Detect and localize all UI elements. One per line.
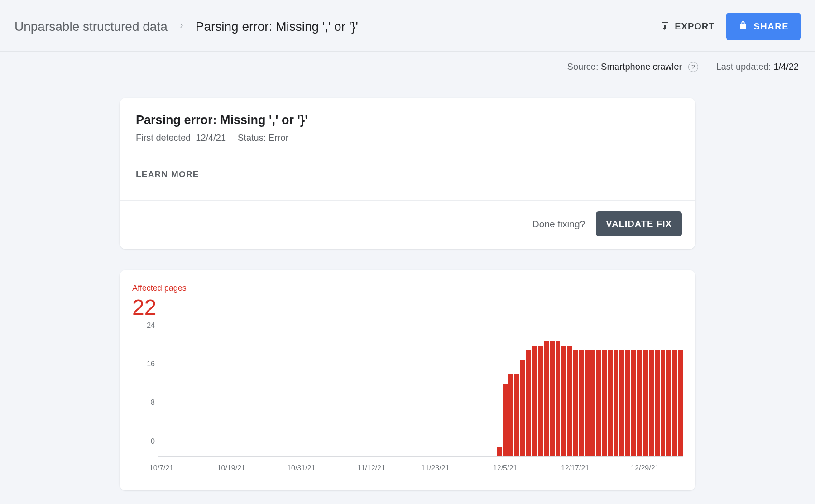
chart-bar (532, 346, 537, 456)
chart-bar (643, 350, 648, 457)
chart-baseline (158, 456, 683, 457)
breadcrumb-current: Parsing error: Missing ',' or '}' (196, 19, 358, 34)
chart-bars (158, 341, 683, 457)
chart-bar (602, 350, 607, 457)
lock-icon (738, 19, 748, 34)
chart-bar (649, 350, 654, 457)
x-tick: 12/5/21 (493, 464, 517, 472)
affected-pages-label: Affected pages (132, 283, 683, 293)
chart-bar (661, 350, 666, 457)
y-tick: 16 (132, 360, 155, 368)
chart-bar (608, 350, 613, 457)
updated-label: Last updated: (716, 62, 771, 72)
affected-pages-count: 22 (132, 296, 683, 320)
chart-bar (631, 350, 636, 457)
top-actions: EXPORT SHARE (659, 13, 801, 40)
first-detected: First detected: 12/4/21 (136, 133, 226, 143)
chart-bar (538, 346, 543, 456)
affected-pages-card: Affected pages 22 081624 10/7/2110/19/21… (120, 270, 695, 490)
x-tick: 11/12/21 (357, 464, 385, 472)
chart-bar (672, 350, 677, 457)
chevron-right-icon (177, 21, 186, 33)
chart-bar (556, 341, 561, 457)
y-tick: 0 (132, 437, 155, 446)
y-tick: 8 (132, 398, 155, 407)
chart-bar (596, 350, 601, 457)
source-info: Source: Smartphone crawler ? (567, 62, 698, 72)
x-tick: 11/23/21 (421, 464, 449, 472)
chart-bar (526, 350, 531, 457)
y-axis: 081624 (132, 341, 158, 457)
help-icon[interactable]: ? (688, 62, 698, 72)
x-tick: 10/7/21 (149, 464, 173, 472)
chart-bar (567, 346, 572, 456)
x-tick: 10/31/21 (287, 464, 315, 472)
chart-bar (585, 350, 590, 457)
chart-bar (625, 350, 630, 457)
chart-bar (514, 374, 519, 456)
chart-bar (544, 341, 549, 457)
chart-bar (561, 346, 566, 456)
source-value: Smartphone crawler (601, 62, 682, 72)
meta-row: Source: Smartphone crawler ? Last update… (0, 52, 815, 77)
breadcrumb: Unparsable structured data Parsing error… (14, 19, 358, 34)
error-summary-card: Parsing error: Missing ',' or '}' First … (120, 98, 695, 249)
chart-bar (637, 350, 642, 457)
last-updated-info: Last updated: 1/4/22 (716, 62, 799, 72)
chart-bar (503, 384, 508, 457)
x-tick: 12/17/21 (561, 464, 589, 472)
share-button[interactable]: SHARE (726, 13, 801, 40)
chart-bar (666, 350, 671, 457)
download-icon (659, 20, 670, 33)
x-tick: 10/19/21 (217, 464, 245, 472)
chart-bar (573, 350, 578, 457)
source-label: Source: (567, 62, 599, 72)
divider (132, 330, 683, 330)
chart-bar (550, 341, 555, 457)
chart-bar (508, 374, 513, 456)
chart-bar (678, 350, 683, 457)
y-tick: 24 (132, 322, 155, 330)
share-label: SHARE (753, 21, 789, 32)
export-button[interactable]: EXPORT (659, 20, 714, 33)
chart-bar (590, 350, 595, 457)
chart-bar (614, 350, 618, 457)
error-title: Parsing error: Missing ',' or '}' (136, 113, 679, 127)
export-label: EXPORT (675, 21, 714, 32)
updated-value: 1/4/22 (773, 62, 799, 72)
chart-bar (497, 447, 502, 456)
learn-more-link[interactable]: LEARN MORE (136, 169, 679, 179)
chart-bar (579, 350, 584, 457)
chart-bar (520, 360, 525, 456)
top-bar: Unparsable structured data Parsing error… (0, 0, 815, 52)
x-axis: 10/7/2110/19/2110/31/2111/12/2111/23/211… (158, 459, 683, 472)
x-tick: 12/29/21 (631, 464, 659, 472)
affected-pages-chart: 081624 10/7/2110/19/2110/31/2111/12/2111… (132, 341, 683, 472)
chart-bar (619, 350, 624, 457)
chart-bar (655, 350, 660, 457)
done-fixing-label: Done fixing? (532, 219, 585, 230)
status: Status: Error (238, 133, 288, 143)
breadcrumb-parent[interactable]: Unparsable structured data (14, 19, 168, 34)
validate-fix-button[interactable]: VALIDATE FIX (596, 211, 682, 236)
